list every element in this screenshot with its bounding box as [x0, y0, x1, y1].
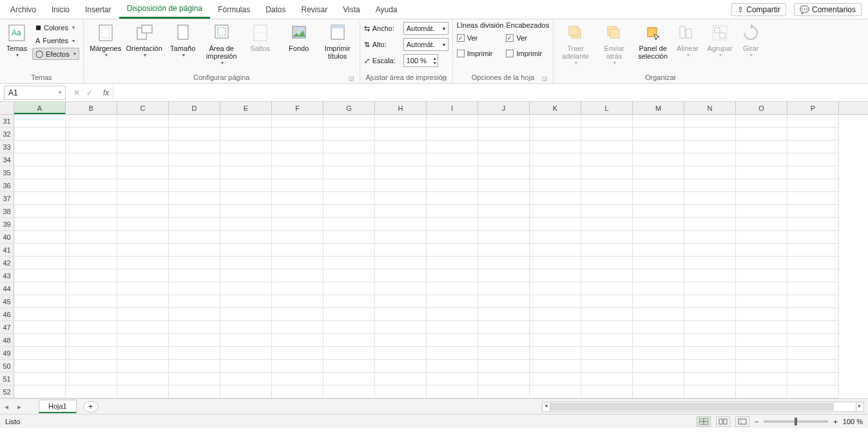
tab-review[interactable]: Revisar — [294, 1, 336, 18]
cell[interactable] — [427, 205, 478, 218]
cell[interactable] — [427, 257, 478, 269]
cell[interactable] — [169, 308, 220, 321]
cell[interactable] — [427, 153, 478, 166]
cell[interactable] — [220, 321, 272, 334]
cell[interactable] — [375, 192, 427, 205]
formula-input[interactable] — [113, 86, 868, 100]
row-header[interactable]: 51 — [0, 373, 14, 385]
cell[interactable] — [787, 321, 839, 334]
cell[interactable] — [117, 269, 169, 282]
cell[interactable] — [736, 244, 787, 257]
share-button[interactable]: ⇪Compartir — [731, 3, 786, 16]
column-header[interactable]: M — [633, 102, 684, 114]
cell[interactable] — [14, 192, 66, 205]
gridlines-print-checkbox[interactable]: Imprimir — [457, 47, 504, 60]
scroll-right-button[interactable]: ▸ — [856, 402, 863, 411]
cell[interactable] — [478, 244, 530, 257]
cell[interactable] — [117, 218, 169, 231]
cell[interactable] — [272, 205, 323, 218]
cell[interactable] — [736, 115, 787, 128]
cell[interactable] — [14, 334, 66, 347]
cell[interactable] — [581, 257, 633, 269]
cell[interactable] — [736, 308, 787, 321]
cell[interactable] — [581, 231, 633, 244]
cell[interactable] — [684, 385, 736, 398]
cell[interactable] — [272, 115, 323, 128]
cell[interactable] — [220, 295, 272, 308]
cell[interactable] — [787, 257, 839, 269]
cell[interactable] — [427, 244, 478, 257]
cell[interactable] — [787, 308, 839, 321]
cell[interactable] — [427, 218, 478, 231]
cell[interactable] — [427, 166, 478, 179]
cell[interactable] — [736, 385, 787, 398]
row-header[interactable]: 44 — [0, 282, 14, 295]
cell[interactable] — [66, 205, 117, 218]
cell[interactable] — [427, 347, 478, 360]
cell[interactable] — [736, 141, 787, 153]
cell[interactable] — [272, 269, 323, 282]
cell[interactable] — [220, 385, 272, 398]
cell[interactable] — [117, 257, 169, 269]
cell[interactable] — [323, 115, 375, 128]
cell[interactable] — [375, 347, 427, 360]
cell[interactable] — [117, 166, 169, 179]
cell[interactable] — [736, 257, 787, 269]
cell[interactable] — [14, 308, 66, 321]
cell[interactable] — [633, 295, 684, 308]
cell[interactable] — [684, 231, 736, 244]
rotate-button[interactable]: Girar — [738, 21, 764, 59]
cell[interactable] — [530, 166, 581, 179]
cell[interactable] — [323, 373, 375, 385]
row-header[interactable]: 34 — [0, 153, 14, 166]
cell[interactable] — [220, 360, 272, 373]
cell[interactable] — [323, 166, 375, 179]
cell[interactable] — [14, 218, 66, 231]
row-header[interactable]: 38 — [0, 205, 14, 218]
cell[interactable] — [581, 282, 633, 295]
cell[interactable] — [684, 205, 736, 218]
sheet-tab[interactable]: Hoja1 — [39, 400, 77, 413]
cell[interactable] — [787, 115, 839, 128]
cell[interactable] — [117, 115, 169, 128]
column-header[interactable]: D — [169, 102, 220, 114]
cell[interactable] — [66, 257, 117, 269]
headings-view-checkbox[interactable]: ✓Ver — [506, 32, 549, 44]
select-all-corner[interactable] — [0, 102, 14, 114]
cell[interactable] — [736, 373, 787, 385]
row-header[interactable]: 52 — [0, 385, 14, 398]
cell[interactable] — [581, 115, 633, 128]
cell[interactable] — [478, 385, 530, 398]
cell[interactable] — [272, 192, 323, 205]
cell[interactable] — [169, 269, 220, 282]
cell[interactable] — [736, 153, 787, 166]
cell[interactable] — [14, 115, 66, 128]
print-area-button[interactable]: Área de impresión — [204, 21, 240, 67]
cell[interactable] — [787, 179, 839, 192]
cell[interactable] — [736, 192, 787, 205]
cell[interactable] — [684, 115, 736, 128]
cell[interactable] — [787, 385, 839, 398]
cell[interactable] — [117, 153, 169, 166]
cell[interactable] — [530, 308, 581, 321]
cell[interactable] — [375, 282, 427, 295]
cell[interactable] — [684, 179, 736, 192]
cell[interactable] — [530, 373, 581, 385]
cell[interactable] — [427, 295, 478, 308]
cell[interactable] — [117, 360, 169, 373]
cell[interactable] — [530, 257, 581, 269]
cell[interactable] — [323, 218, 375, 231]
cell[interactable] — [684, 244, 736, 257]
cell[interactable] — [427, 115, 478, 128]
row-header[interactable]: 47 — [0, 321, 14, 334]
cell[interactable] — [14, 321, 66, 334]
scale-spinner[interactable]: 100 %▴▾ — [403, 54, 438, 67]
cell[interactable] — [478, 179, 530, 192]
enter-formula-button[interactable]: ✓ — [86, 88, 93, 97]
cell[interactable] — [633, 218, 684, 231]
cell[interactable] — [375, 205, 427, 218]
cell[interactable] — [375, 321, 427, 334]
cell[interactable] — [581, 385, 633, 398]
cell[interactable] — [66, 218, 117, 231]
cell[interactable] — [272, 282, 323, 295]
